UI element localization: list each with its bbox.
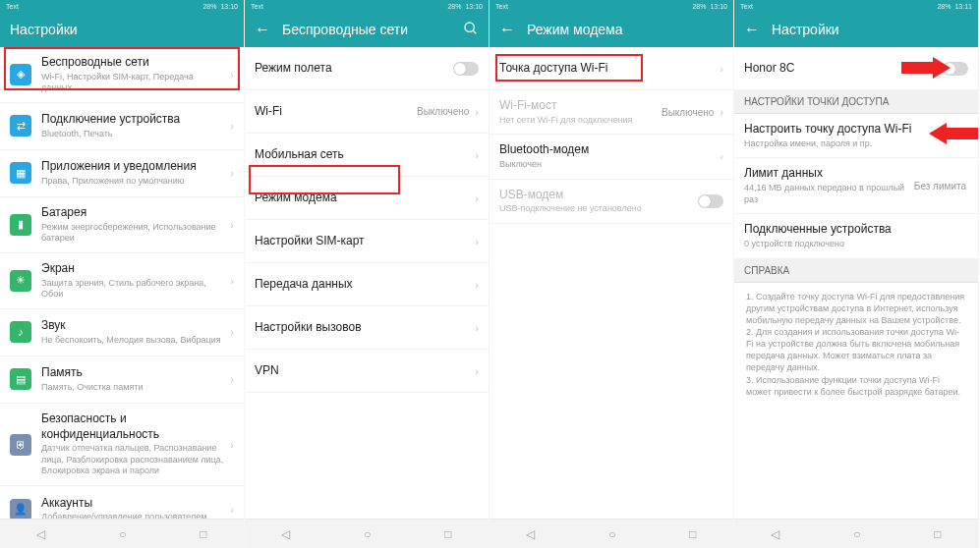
nav-home[interactable]: ○	[608, 527, 615, 541]
row-memory[interactable]: ▤ ПамятьПамять, Очистка памяти ›	[0, 356, 244, 404]
hotspot-list: Honor 8C НАСТРОЙКИ ТОЧКИ ДОСТУПА Настрои…	[734, 47, 978, 519]
wireless-icon: ◈	[10, 64, 31, 85]
chevron-right-icon: ›	[226, 504, 234, 516]
svg-line-1	[473, 30, 476, 33]
nav-back[interactable]: ◁	[526, 527, 535, 541]
statusbar: Text 28%13:10	[245, 0, 489, 12]
row-security[interactable]: ⛨ Безопасность и конфиденциальностьДатчи…	[0, 404, 244, 486]
appbar: ← Беспроводные сети	[245, 12, 489, 47]
row-device-connect[interactable]: ⇄ Подключение устройстваBluetooth, Печат…	[0, 103, 244, 150]
chevron-right-icon: ›	[226, 167, 234, 179]
panel-settings: Text 28%13:10 Настройки ◈ Беспроводные с…	[0, 0, 245, 548]
nav-back[interactable]: ◁	[281, 527, 290, 541]
usb-toggle	[698, 194, 723, 208]
navbar: ◁ ○ □	[734, 519, 978, 548]
row-connected-devices[interactable]: Подключенные устройства0 устройств подкл…	[734, 214, 978, 258]
row-wireless[interactable]: ◈ Беспроводные сетиWi-Fi, Настройки SIM-…	[0, 47, 244, 103]
section-help: СПРАВКА	[734, 259, 978, 283]
airplane-toggle[interactable]	[453, 62, 479, 76]
row-apps[interactable]: ▦ Приложения и уведомленияПрава, Приложе…	[0, 150, 244, 197]
chevron-right-icon: ›	[471, 236, 479, 247]
shield-icon: ⛨	[10, 434, 31, 456]
row-data[interactable]: Передача данных ›	[245, 263, 489, 306]
nav-recent[interactable]: □	[689, 527, 696, 541]
display-icon: ☀	[10, 270, 31, 292]
tethering-list: Точка доступа Wi-Fi › Wi-Fi-мостНет сети…	[490, 47, 733, 519]
chevron-right-icon: ›	[226, 439, 234, 451]
chevron-right-icon: ›	[226, 373, 234, 385]
nav-home[interactable]: ○	[853, 527, 860, 541]
search-icon[interactable]	[463, 21, 479, 39]
chevron-right-icon: ›	[226, 326, 234, 338]
nav-back[interactable]: ◁	[36, 527, 45, 541]
navbar: ◁ ○ □	[245, 519, 489, 548]
nav-recent[interactable]: □	[444, 527, 451, 541]
chevron-right-icon: ›	[471, 322, 479, 334]
nav-back[interactable]: ◁	[771, 527, 779, 541]
chevron-right-icon: ›	[471, 365, 479, 377]
nav-recent[interactable]: □	[934, 527, 941, 541]
row-hotspot[interactable]: Точка доступа Wi-Fi ›	[490, 47, 733, 90]
row-wifi[interactable]: Wi-Fi Выключено ›	[245, 90, 489, 134]
device-icon: ⇄	[10, 115, 31, 137]
row-mobile[interactable]: Мобильная сеть ›	[245, 134, 489, 177]
navbar: ◁ ○ □	[490, 519, 733, 548]
statusbar: Text 28%13:10	[490, 0, 733, 12]
back-icon[interactable]: ←	[744, 22, 760, 37]
page-title: Настройки	[10, 22, 234, 37]
battery-icon: ▮	[10, 214, 31, 236]
chevron-right-icon: ›	[716, 150, 723, 162]
hotspot-toggle[interactable]	[943, 62, 968, 76]
chevron-right-icon: ›	[226, 275, 234, 287]
appbar: ← Режим модема	[490, 12, 733, 47]
row-display[interactable]: ☀ ЭкранЗащита зрения, Стиль рабочего экр…	[0, 253, 244, 309]
nav-home[interactable]: ○	[364, 527, 371, 541]
appbar: ← Настройки	[734, 12, 978, 47]
help-text: 1. Создайте точку доступа Wi-Fi для пред…	[734, 283, 978, 406]
statusbar: Text 28%13:10	[0, 0, 244, 12]
row-airplane[interactable]: Режим полета	[245, 47, 489, 90]
panel-tethering: Text 28%13:10 ← Режим модема Точка досту…	[490, 0, 734, 548]
row-configure-hotspot[interactable]: Настроить точку доступа Wi-FiНастройка и…	[734, 114, 978, 158]
nav-home[interactable]: ○	[119, 527, 126, 541]
nav-recent[interactable]: □	[200, 527, 206, 541]
page-title: Настройки	[772, 22, 968, 37]
chevron-right-icon: ›	[716, 106, 723, 118]
row-data-limit[interactable]: Лимит данных44,16 МБ данных передано в п…	[734, 158, 978, 214]
panel-wireless: Text 28%13:10 ← Беспроводные сети Режим …	[245, 0, 490, 548]
chevron-right-icon: ›	[471, 106, 479, 118]
apps-icon: ▦	[10, 162, 31, 184]
section-hotspot-settings: НАСТРОЙКИ ТОЧКИ ДОСТУПА	[734, 90, 978, 114]
row-wifi-bridge: Wi-Fi-мостНет сети Wi-Fi для подключения…	[490, 90, 733, 135]
back-icon[interactable]: ←	[499, 22, 515, 37]
chevron-right-icon: ›	[471, 279, 479, 291]
panel-hotspot-settings: Text 28%13:11 ← Настройки Honor 8C НАСТР…	[734, 0, 979, 548]
statusbar: Text 28%13:11	[734, 0, 978, 12]
chevron-right-icon: ›	[471, 192, 479, 204]
chevron-right-icon: ›	[471, 149, 479, 161]
chevron-right-icon: ›	[226, 69, 234, 81]
row-calls[interactable]: Настройки вызовов ›	[245, 306, 489, 350]
wireless-list: Режим полета Wi-Fi Выключено › Мобильная…	[245, 47, 489, 519]
chevron-right-icon: ›	[716, 63, 723, 75]
row-hotspot-toggle[interactable]: Honor 8C	[734, 47, 978, 90]
row-tethering[interactable]: Режим модема ›	[245, 177, 489, 220]
row-sound[interactable]: ♪ ЗвукНе беспокоить, Мелодия вызова, Виб…	[0, 309, 244, 356]
row-accounts[interactable]: 👤 АккаунтыДобавление/управление пользова…	[0, 486, 244, 519]
account-icon: 👤	[10, 499, 31, 519]
row-vpn[interactable]: VPN ›	[245, 350, 489, 393]
page-title: Режим модема	[527, 22, 723, 37]
row-usb-modem: USB-модемUSB-подключение не установлено	[490, 180, 733, 224]
chevron-right-icon: ›	[226, 120, 234, 132]
navbar: ◁ ○ □	[0, 519, 244, 548]
page-title: Беспроводные сети	[282, 22, 451, 37]
row-bt-modem[interactable]: Bluetooth-модемВыключен ›	[490, 135, 733, 179]
settings-list: ◈ Беспроводные сетиWi-Fi, Настройки SIM-…	[0, 47, 244, 519]
sound-icon: ♪	[10, 321, 31, 343]
chevron-right-icon: ›	[226, 219, 234, 231]
row-sim[interactable]: Настройки SIM-карт ›	[245, 220, 489, 263]
row-battery[interactable]: ▮ БатареяРежим энергосбережения, Использ…	[0, 197, 244, 253]
memory-icon: ▤	[10, 368, 31, 390]
svg-point-0	[465, 23, 474, 31]
back-icon[interactable]: ←	[255, 22, 270, 37]
